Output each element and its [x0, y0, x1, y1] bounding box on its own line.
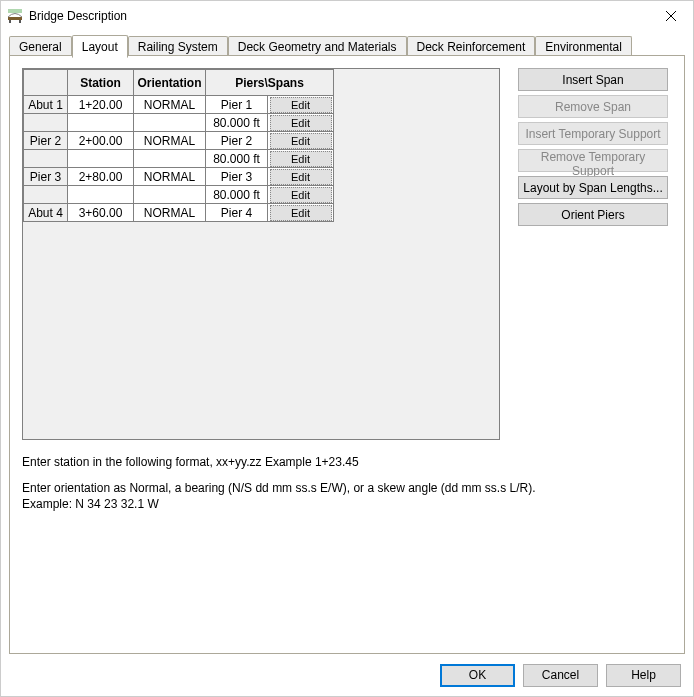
station-cell[interactable]: 2+00.00 — [68, 132, 134, 150]
table-row[interactable]: Abut 1 1+20.00 NORMAL Pier 1 Edit — [24, 96, 334, 114]
edit-button[interactable]: Edit — [270, 133, 332, 149]
orient-piers-button[interactable]: Orient Piers — [518, 203, 668, 226]
remove-span-button[interactable]: Remove Span — [518, 95, 668, 118]
titlebar: Bridge Description — [1, 1, 693, 31]
help-line-station: Enter station in the following format, x… — [22, 454, 672, 470]
orientation-cell[interactable]: NORMAL — [134, 204, 206, 222]
svg-rect-2 — [19, 20, 21, 23]
edit-button[interactable]: Edit — [270, 151, 332, 167]
header-orientation: Orientation — [134, 70, 206, 96]
tab-railing-system[interactable]: Railing System — [128, 36, 228, 57]
row-header: Pier 2 — [24, 132, 68, 150]
table-row[interactable]: Pier 2 2+00.00 NORMAL Pier 2 Edit — [24, 132, 334, 150]
help-line-orientation: Enter orientation as Normal, a bearing (… — [22, 481, 536, 495]
dialog-button-row: OK Cancel Help — [1, 654, 693, 696]
svg-rect-3 — [8, 9, 22, 13]
station-cell[interactable] — [68, 186, 134, 204]
row-header: Abut 1 — [24, 96, 68, 114]
window-title: Bridge Description — [29, 9, 648, 23]
close-icon — [666, 11, 676, 21]
edit-button[interactable]: Edit — [270, 205, 332, 221]
row-header: Abut 4 — [24, 204, 68, 222]
help-line-example: Example: N 34 23 32.1 W — [22, 497, 159, 511]
edit-button[interactable]: Edit — [270, 187, 332, 203]
ok-button[interactable]: OK — [440, 664, 515, 687]
tab-layout[interactable]: Layout — [72, 35, 128, 58]
pier-cell: Pier 4 — [206, 204, 268, 222]
edit-button[interactable]: Edit — [270, 97, 332, 113]
table-row[interactable]: Abut 4 3+60.00 NORMAL Pier 4 Edit — [24, 204, 334, 222]
insert-temporary-support-button[interactable]: Insert Temporary Support — [518, 122, 668, 145]
station-cell[interactable] — [68, 150, 134, 168]
table-row[interactable]: Pier 3 2+80.00 NORMAL Pier 3 Edit — [24, 168, 334, 186]
row-header — [24, 186, 68, 204]
layout-tab-content: Station Orientation Piers\Spans Abut 1 1… — [9, 56, 685, 654]
station-cell[interactable] — [68, 114, 134, 132]
orientation-cell[interactable] — [134, 186, 206, 204]
edit-button[interactable]: Edit — [270, 115, 332, 131]
station-cell[interactable]: 2+80.00 — [68, 168, 134, 186]
header-piers-spans: Piers\Spans — [206, 70, 334, 96]
table-row[interactable]: 80.000 ft Edit — [24, 186, 334, 204]
bridge-description-dialog: Bridge Description General Layout Railin… — [0, 0, 694, 697]
tab-general[interactable]: General — [9, 36, 72, 57]
orientation-cell[interactable] — [134, 114, 206, 132]
station-cell[interactable]: 1+20.00 — [68, 96, 134, 114]
help-text: Enter station in the following format, x… — [22, 454, 672, 512]
pier-cell: Pier 1 — [206, 96, 268, 114]
tab-deck-geometry[interactable]: Deck Geometry and Materials — [228, 36, 407, 57]
orientation-cell[interactable]: NORMAL — [134, 168, 206, 186]
app-icon — [7, 8, 23, 24]
station-cell[interactable]: 3+60.00 — [68, 204, 134, 222]
row-header — [24, 114, 68, 132]
help-button[interactable]: Help — [606, 664, 681, 687]
cancel-button[interactable]: Cancel — [523, 664, 598, 687]
span-cell: 80.000 ft — [206, 186, 268, 204]
side-button-column: Insert Span Remove Span Insert Temporary… — [518, 68, 668, 230]
svg-rect-1 — [9, 20, 11, 23]
edit-button[interactable]: Edit — [270, 169, 332, 185]
span-cell: 80.000 ft — [206, 150, 268, 168]
tab-deck-reinforcement[interactable]: Deck Reinforcement — [407, 36, 536, 57]
orientation-cell[interactable]: NORMAL — [134, 132, 206, 150]
row-header: Pier 3 — [24, 168, 68, 186]
pier-cell: Pier 2 — [206, 132, 268, 150]
svg-rect-0 — [8, 17, 22, 20]
layout-grid[interactable]: Station Orientation Piers\Spans Abut 1 1… — [23, 69, 334, 222]
tab-environmental[interactable]: Environmental — [535, 36, 632, 57]
tab-row: General Layout Railing System Deck Geome… — [9, 35, 685, 56]
layout-by-span-lengths-button[interactable]: Layout by Span Lengths... — [518, 176, 668, 199]
pier-cell: Pier 3 — [206, 168, 268, 186]
span-cell: 80.000 ft — [206, 114, 268, 132]
table-row[interactable]: 80.000 ft Edit — [24, 150, 334, 168]
orientation-cell[interactable]: NORMAL — [134, 96, 206, 114]
row-header — [24, 150, 68, 168]
grid-corner — [24, 70, 68, 96]
remove-temporary-support-button[interactable]: Remove Temporary Support — [518, 149, 668, 172]
insert-span-button[interactable]: Insert Span — [518, 68, 668, 91]
table-row[interactable]: 80.000 ft Edit — [24, 114, 334, 132]
orientation-cell[interactable] — [134, 150, 206, 168]
header-station: Station — [68, 70, 134, 96]
layout-grid-container: Station Orientation Piers\Spans Abut 1 1… — [22, 68, 500, 440]
close-button[interactable] — [648, 1, 693, 31]
